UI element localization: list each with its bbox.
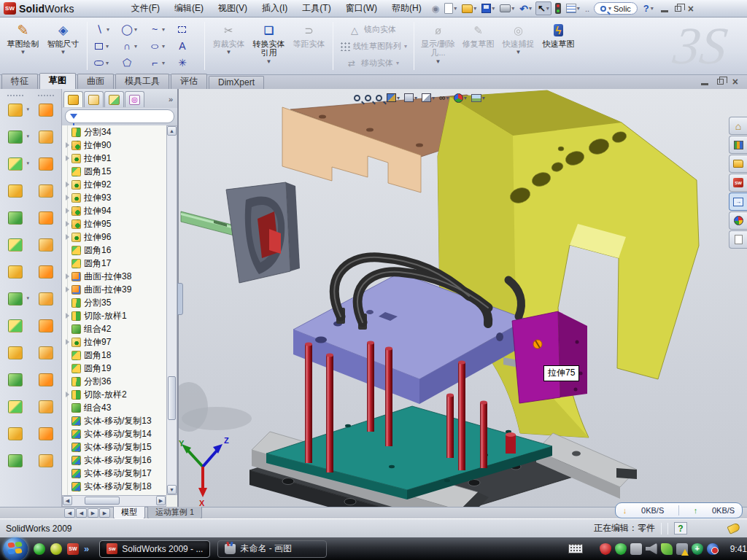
hole-wizard-button[interactable] bbox=[6, 262, 25, 281]
dropdown-icon[interactable]: ▾ bbox=[162, 60, 165, 66]
chevron-expand-icon[interactable]: » bbox=[84, 543, 89, 554]
chamfer-button[interactable] bbox=[6, 236, 25, 254]
help-dropdown-icon[interactable]: ▾ bbox=[651, 5, 654, 12]
toolbar-grip[interactable] bbox=[7, 95, 23, 97]
tree-item[interactable]: 圆角16 bbox=[62, 244, 166, 257]
taskbar-button-1[interactable]: SWSolidWorks 2009 - ... bbox=[99, 540, 210, 558]
menu-item[interactable]: 窗口(W) bbox=[338, 0, 384, 17]
close-icon[interactable]: × bbox=[688, 4, 694, 14]
dropdown-icon[interactable]: ▾ bbox=[106, 43, 109, 50]
menu-item[interactable]: 文件(F) bbox=[124, 0, 167, 17]
ribbon-button-sketch-pencil[interactable]: ✎草图绘制▼ bbox=[3, 20, 43, 72]
open-button[interactable]: ▾ bbox=[460, 4, 478, 14]
model-tab-1[interactable]: 模型 bbox=[113, 507, 145, 519]
tab-DimXpert[interactable]: DimXpert bbox=[209, 76, 264, 89]
tree-item[interactable]: 拉伸92 bbox=[62, 178, 166, 191]
ribbon-button-quick-snaps[interactable]: ◎快速捕捉▼ bbox=[498, 20, 538, 72]
antivirus-ball-icon[interactable] bbox=[50, 543, 62, 555]
dropdown-icon[interactable]: ▾ bbox=[464, 95, 467, 101]
help-button[interactable]: ? bbox=[643, 4, 649, 13]
graphics-viewport[interactable]: Y Z X ▾▾▾∞▾▾▾ ⌂SW→ 拉伸75 bbox=[179, 89, 747, 507]
tab-草图[interactable]: 草图 bbox=[39, 73, 76, 89]
dropdown-icon[interactable]: ▾ bbox=[106, 60, 109, 66]
doc-restore-icon[interactable] bbox=[717, 79, 724, 85]
model-magenta-insert[interactable] bbox=[512, 311, 587, 403]
helix-button[interactable] bbox=[6, 451, 25, 470]
pin-button[interactable]: ◉ bbox=[430, 3, 441, 15]
tree-item[interactable]: 实体-移动/复制14 bbox=[62, 427, 166, 440]
dropdown-icon[interactable]: ▾ bbox=[446, 95, 449, 101]
sync-alert-icon[interactable] bbox=[707, 543, 719, 555]
search-box[interactable]: ▾ Solic bbox=[594, 2, 638, 15]
dropdown-icon[interactable]: ▾ bbox=[26, 106, 29, 112]
volume-icon[interactable] bbox=[646, 543, 657, 555]
tree-item[interactable]: 拉伸97 bbox=[62, 335, 166, 349]
taskbar-button-2[interactable]: 未命名 - 画图 bbox=[217, 540, 327, 558]
entity-button-sketch-fillet[interactable]: ⌐▾ bbox=[147, 55, 173, 71]
scroll-right-icon[interactable]: ▶ bbox=[156, 496, 166, 505]
doc-minimize-icon[interactable] bbox=[701, 78, 708, 85]
previous-icon[interactable]: ◀ bbox=[76, 508, 87, 518]
expand-arrow-icon[interactable] bbox=[63, 208, 71, 214]
security-red-shield-icon[interactable] bbox=[600, 543, 611, 555]
dropdown-icon[interactable]: ▾ bbox=[404, 43, 407, 50]
ribbon-button-repair-sketch[interactable]: ✎修复草图 bbox=[458, 20, 498, 72]
panel-tab-featuremanager-tree[interactable] bbox=[63, 91, 83, 107]
pan-button[interactable] bbox=[376, 95, 382, 101]
tree-item[interactable]: 切除-放样1 bbox=[62, 309, 166, 322]
edit-appearance-button[interactable]: ▾ bbox=[454, 93, 467, 103]
viewport-canvas[interactable]: Y Z X bbox=[179, 89, 747, 507]
entity-button-rectangle[interactable]: ▾ bbox=[91, 38, 117, 55]
start-button[interactable] bbox=[3, 537, 28, 560]
rebuild-traffic-light-button[interactable] bbox=[554, 2, 562, 15]
tree-item[interactable]: 切除-放样2 bbox=[62, 388, 166, 401]
ribbon-button-convert-entities[interactable]: ❏转换实体引用▼ bbox=[249, 20, 289, 72]
scroll-down-icon[interactable]: ▼ bbox=[167, 485, 177, 494]
entity-button-point[interactable]: ✳ bbox=[174, 55, 201, 71]
entity-button-polygon[interactable]: ⬠ bbox=[119, 55, 145, 71]
dropdown-icon[interactable]: ▾ bbox=[473, 5, 476, 12]
shield-plus-icon[interactable]: + bbox=[692, 543, 703, 555]
dropdown-icon[interactable]: ▾ bbox=[511, 5, 514, 12]
apply-scene-button[interactable]: ▾ bbox=[471, 94, 485, 102]
mirror-button[interactable] bbox=[6, 397, 25, 416]
freeform-button[interactable] bbox=[36, 451, 55, 470]
thicken-button[interactable] bbox=[36, 316, 55, 335]
search-dropdown-icon[interactable]: ▾ bbox=[608, 5, 611, 12]
menu-item[interactable]: 插入(I) bbox=[255, 0, 295, 17]
zoom-area-button[interactable] bbox=[365, 95, 371, 101]
dropdown-icon[interactable]: ▾ bbox=[162, 26, 165, 33]
undo-button[interactable]: ↶▾ bbox=[518, 2, 533, 15]
tree-item[interactable]: 拉伸90 bbox=[62, 139, 166, 152]
expand-arrow-icon[interactable] bbox=[63, 339, 71, 345]
swept-boss-button[interactable] bbox=[6, 182, 25, 200]
dropdown-icon[interactable]: ▾ bbox=[26, 295, 29, 301]
tree-horizontal-scrollbar[interactable]: ◀ ▶ bbox=[62, 495, 166, 507]
dropdown-icon[interactable]: ▾ bbox=[134, 43, 137, 50]
tree-filter-input[interactable] bbox=[65, 109, 174, 123]
minimize-icon[interactable] bbox=[661, 5, 668, 12]
dropdown-icon[interactable]: ▾ bbox=[26, 160, 29, 166]
dropdown-icon[interactable]: ▼ bbox=[266, 58, 272, 65]
expand-arrow-icon[interactable] bbox=[63, 142, 71, 148]
options-checklist-button[interactable]: ▾ bbox=[565, 3, 581, 14]
entity-button-select-box[interactable] bbox=[174, 21, 201, 38]
solidworks-icon[interactable]: SW bbox=[67, 543, 79, 555]
hide-show-items-button[interactable]: ∞▾ bbox=[439, 93, 449, 103]
lofted-boss-button[interactable] bbox=[6, 209, 25, 227]
scroll-left-icon[interactable]: ◀ bbox=[63, 496, 72, 505]
save-button[interactable]: ▾ bbox=[480, 3, 496, 14]
revolved-surface-button[interactable] bbox=[36, 128, 55, 146]
scroll-thumb[interactable] bbox=[85, 497, 120, 505]
tree-item[interactable]: 实体-移动/复制15 bbox=[62, 440, 166, 454]
panel-tab-propertymanager[interactable] bbox=[84, 91, 104, 107]
mid-surface-button[interactable] bbox=[36, 209, 55, 227]
shell-button[interactable] bbox=[6, 370, 25, 389]
entity-button-spline[interactable]: ~▾ bbox=[147, 21, 173, 38]
dropdown-icon[interactable]: ▾ bbox=[26, 133, 29, 139]
dropdown-icon[interactable]: ▾ bbox=[396, 60, 399, 66]
security-green-shield-icon[interactable] bbox=[615, 543, 627, 555]
menu-item[interactable]: 视图(V) bbox=[211, 0, 255, 17]
power-leaf-icon[interactable] bbox=[661, 543, 673, 555]
tree-item[interactable]: 拉伸95 bbox=[62, 217, 166, 230]
